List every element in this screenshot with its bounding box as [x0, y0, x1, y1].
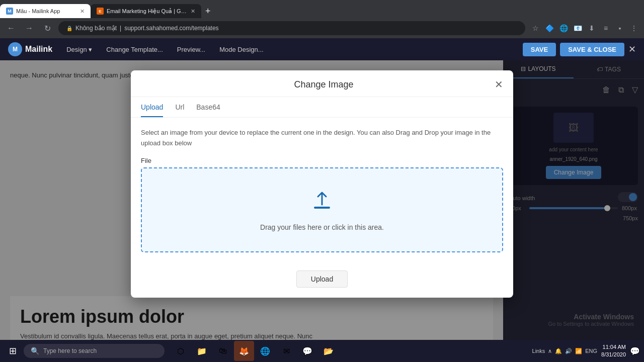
- extension4-icon[interactable]: ⬇: [586, 22, 598, 34]
- nav-mode-design[interactable]: Mode Design...: [213, 43, 269, 56]
- logo-icon: M: [8, 42, 22, 56]
- modal-close-button[interactable]: ✕: [495, 78, 503, 90]
- app-header: M Mailink Design ▾ Change Template... Pr…: [0, 38, 644, 60]
- taskbar-right: Links ∧ 🔔 🔊 📶 ENG 11:04 AM 8/31/2020 💬: [532, 343, 640, 359]
- reload-button[interactable]: ↻: [40, 21, 54, 35]
- extension1-icon[interactable]: 🔷: [543, 22, 555, 34]
- browser-chrome: M Mãu - Mailink App ✕ E Email Marketing …: [0, 0, 644, 38]
- tray-arrow[interactable]: ∧: [548, 348, 552, 354]
- tray-icon2: 🔊: [565, 348, 572, 354]
- clock-time: 11:04 AM: [601, 343, 626, 351]
- tab2-label: Email Marketing Hiệu Quả | Gửi E...: [107, 8, 188, 15]
- taskbar-clock: 11:04 AM 8/31/2020: [601, 343, 626, 359]
- modal-tab-upload[interactable]: Upload: [141, 103, 163, 117]
- upload-zone[interactable]: Drag your files here or click in this ar…: [141, 167, 503, 252]
- logo-text: Mailink: [25, 45, 52, 54]
- app-logo: M Mailink: [8, 42, 52, 56]
- taskbar-explorer[interactable]: 📂: [318, 341, 339, 361]
- change-image-modal: Change Image ✕ Upload Url Base64 Select …: [131, 70, 513, 298]
- notification-icon[interactable]: 💬: [630, 346, 640, 356]
- tab1-close[interactable]: ✕: [80, 8, 85, 15]
- more-icon[interactable]: ⋮: [628, 22, 640, 34]
- modal-footer: Upload: [131, 262, 513, 298]
- search-placeholder: Type here to search: [43, 347, 97, 354]
- upload-zone-text: Drag your files here or click in this ar…: [260, 223, 384, 231]
- address-bar: ← → ↻ 🔒 Không bảo mật | support.sahahome…: [0, 18, 644, 38]
- header-right: SAVE SAVE & CLOSE ✕: [523, 43, 636, 56]
- tab2-favicon: E: [97, 8, 104, 15]
- tray-icon1: 🔔: [555, 348, 562, 354]
- taskbar-chrome[interactable]: 🌐: [255, 341, 275, 361]
- extension3-icon[interactable]: 📧: [572, 22, 584, 34]
- svg-rect-0: [314, 207, 330, 209]
- nav-preview[interactable]: Preview...: [171, 43, 211, 56]
- tab2-close[interactable]: ✕: [191, 8, 195, 15]
- bookmark-icon[interactable]: ☆: [529, 22, 541, 34]
- tray-lang: ENG: [585, 348, 597, 354]
- url-text: support.sahahomed.com/templates: [124, 25, 218, 32]
- extension6-icon[interactable]: ▪: [614, 22, 626, 34]
- modal-body: Select an image from your device to repl…: [131, 118, 513, 262]
- taskbar-firefox[interactable]: 🦊: [234, 341, 254, 361]
- lock-icon: 🔒: [66, 26, 72, 31]
- modal-tab-base64[interactable]: Base64: [196, 103, 220, 117]
- system-tray: Links ∧ 🔔 🔊 📶 ENG: [532, 348, 598, 354]
- address-input[interactable]: 🔒 Không bảo mật | support.sahahomed.com/…: [58, 21, 525, 35]
- forward-button[interactable]: →: [22, 21, 36, 35]
- save-close-button[interactable]: SAVE & CLOSE: [560, 43, 624, 56]
- modal-tab-url[interactable]: Url: [175, 103, 184, 117]
- close-button[interactable]: ✕: [628, 44, 636, 55]
- nav-change-template[interactable]: Change Template...: [100, 43, 169, 56]
- tab1-label: Mãu - Mailink App: [16, 8, 77, 14]
- nav-design[interactable]: Design ▾: [60, 43, 98, 56]
- save-button[interactable]: SAVE: [523, 43, 556, 56]
- search-icon: 🔍: [31, 347, 39, 355]
- start-button[interactable]: ⊞: [4, 342, 22, 359]
- tab1-favicon: M: [6, 8, 13, 15]
- new-tab-button[interactable]: +: [201, 6, 215, 17]
- taskbar-store[interactable]: 🛍: [213, 341, 233, 361]
- extension2-icon[interactable]: 🌐: [557, 22, 570, 34]
- main-nav: Design ▾ Change Template... Preview... M…: [60, 43, 269, 56]
- taskbar-skype[interactable]: 💬: [297, 341, 317, 361]
- modal-header: Change Image ✕: [131, 70, 513, 97]
- taskbar-apps: ⬡ 📁 🛍 🦊 🌐 ✉ 💬 📂: [171, 341, 339, 361]
- modal-title: Change Image: [153, 79, 495, 90]
- taskbar-mail[interactable]: ✉: [276, 341, 296, 361]
- tab-bar: M Mãu - Mailink App ✕ E Email Marketing …: [0, 0, 644, 18]
- taskbar-cortana[interactable]: ⬡: [171, 341, 191, 361]
- taskbar-files[interactable]: 📁: [192, 341, 212, 361]
- clock-date: 8/31/2020: [601, 351, 626, 358]
- browser-toolbar: ☆ 🔷 🌐 📧 ⬇ ≡ ▪ ⋮: [529, 22, 640, 34]
- back-button[interactable]: ←: [4, 21, 18, 35]
- address-text: |: [120, 25, 121, 32]
- tray-network: 📶: [575, 348, 582, 354]
- modal-tabs: Upload Url Base64: [131, 97, 513, 118]
- tab-2[interactable]: E Email Marketing Hiệu Quả | Gửi E... ✕: [91, 4, 201, 18]
- taskbar: ⊞ 🔍 Type here to search ⬡ 📁 🛍 🦊 🌐 ✉ 💬 📂 …: [0, 340, 644, 362]
- taskbar-search[interactable]: 🔍 Type here to search: [24, 344, 165, 358]
- modal-description: Select an image from your device to repl…: [141, 128, 503, 149]
- upload-button[interactable]: Upload: [296, 270, 348, 288]
- file-label: File: [141, 157, 503, 164]
- upload-icon: [310, 189, 334, 217]
- extension5-icon[interactable]: ≡: [600, 22, 612, 34]
- tray-links: Links: [532, 348, 545, 354]
- tab-1[interactable]: M Mãu - Mailink App ✕: [0, 4, 91, 18]
- protocol-label: Không bảo mật: [75, 25, 117, 32]
